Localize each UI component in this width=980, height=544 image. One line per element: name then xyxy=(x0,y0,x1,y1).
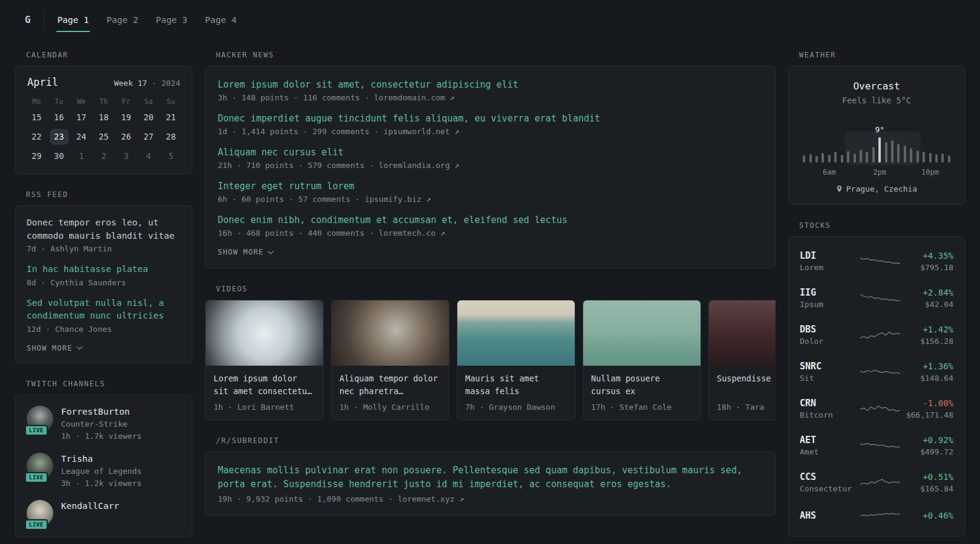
calendar-day-number: 19 xyxy=(117,110,136,125)
twitch-channel[interactable]: LIVE ForrestBurton Counter-Strike 1h · 1… xyxy=(27,406,181,442)
calendar-day-number: 3 xyxy=(117,149,136,164)
weather-bar xyxy=(948,155,950,163)
hackernews-item-title[interactable]: Donec enim nibh, condimentum et accumsan… xyxy=(218,213,763,227)
weather-chart: 9°6am2pm10pm xyxy=(801,117,952,176)
stock-change: +0.46% xyxy=(905,510,953,522)
calendar-day-number: 25 xyxy=(95,129,113,144)
calendar-day: 5 xyxy=(160,148,182,164)
video-thumbnail xyxy=(206,300,323,366)
stock-sparkline xyxy=(860,508,900,523)
hackernews-item-title[interactable]: Integer eget rutrum lorem xyxy=(218,180,763,193)
rss-item-title[interactable]: Donec tempor eros leo, ut commodo mauris… xyxy=(27,216,181,242)
channel-info: KendallCarr xyxy=(61,500,119,526)
video-card[interactable]: Aliquam tempor dolor nec pharetra… 1h · … xyxy=(331,300,449,420)
stock-price: $148.64 xyxy=(905,372,953,384)
video-card[interactable]: Mauris sit amet massa felis 7h · Grayson… xyxy=(457,300,575,420)
stock-name: Lorem xyxy=(800,262,855,273)
external-link-icon[interactable]: ↗ xyxy=(454,161,459,170)
show-more-label: SHOW MORE xyxy=(218,248,264,256)
calendar-day: 17 xyxy=(70,109,93,125)
calendar-day: 25 xyxy=(93,129,115,144)
rss-item: Sed volutpat nulla nisl, a condimentum n… xyxy=(27,297,181,334)
rss-item-meta: 7d · Ashlyn Martin xyxy=(27,244,181,253)
video-card-body: Nullam posuere cursus ex 17h · Stefan Co… xyxy=(583,366,701,419)
calendar-day: 30 xyxy=(48,148,70,164)
rss-list: Donec tempor eros leo, ut commodo mauris… xyxy=(27,216,181,334)
video-thumbnail xyxy=(457,300,575,366)
hackernews-item-meta-text: 6h · 60 points · 57 comments · ipsumify.… xyxy=(218,195,422,204)
stock-symbol: SNRC xyxy=(800,360,855,372)
stock-symbol: AET xyxy=(800,434,855,446)
stock-row[interactable]: AHS +0.46% xyxy=(800,501,953,530)
calendar-day-number: 22 xyxy=(28,129,46,144)
channel-category: League of Legends xyxy=(61,465,142,478)
rss-item-meta: 8d · Cynthia Saunders xyxy=(27,278,181,287)
twitch-channel[interactable]: LIVE KendallCarr xyxy=(27,500,181,526)
calendar-day-number: 30 xyxy=(50,149,68,164)
channel-info: ForrestBurton Counter-Strike 1h · 1.7k v… xyxy=(61,406,142,442)
weather-bar xyxy=(941,154,944,163)
hackernews-show-more-button[interactable]: SHOW MORE xyxy=(218,248,273,256)
stock-row[interactable]: AET Amet +0.92% $499.72 xyxy=(800,427,953,464)
channel-info: Trisha League of Legends 3h · 1.2k viewe… xyxy=(61,453,142,490)
twitch-channel[interactable]: LIVE Trisha League of Legends 3h · 1.2k … xyxy=(27,453,181,490)
weather-bar xyxy=(828,155,831,163)
rss-show-more-button[interactable]: SHOW MORE xyxy=(27,344,82,352)
calendar-day: 26 xyxy=(115,129,137,144)
video-card-body: Suspendisse diam 18h · Tara xyxy=(709,366,776,419)
calendar-day: 28 xyxy=(160,129,182,144)
calendar-week-label: Week 17 · 2024 xyxy=(114,79,180,88)
avatar-wrap: LIVE xyxy=(27,453,53,479)
stock-row[interactable]: IIG Ipsum +2.84% $42.04 xyxy=(800,280,953,317)
video-title: Lorem ipsum dolor sit amet consectetu… xyxy=(214,372,315,398)
hackernews-item-title[interactable]: Donec imperdiet augue tincidunt felis al… xyxy=(218,112,763,125)
rss-item-title[interactable]: In hac habitasse platea xyxy=(27,263,181,276)
stock-values: -1.00% $66,171.48 xyxy=(905,397,953,421)
stock-sparkline xyxy=(860,254,900,270)
top-nav: G Page 1 Page 2 Page 3 Page 4 xyxy=(0,0,980,40)
external-link-icon[interactable]: ↗ xyxy=(440,228,445,238)
calendar-day-number: 24 xyxy=(73,129,91,144)
page-tab[interactable]: Page 4 xyxy=(204,0,238,40)
calendar-day-number: 23 xyxy=(50,129,68,144)
stock-row[interactable]: SNRC Sit +1.36% $148.64 xyxy=(800,354,953,390)
video-meta: 7h · Grayson Dawson xyxy=(465,403,567,412)
video-card[interactable]: Nullam posuere cursus ex 17h · Stefan Co… xyxy=(583,300,701,420)
external-link-icon[interactable]: ↗ xyxy=(454,127,459,136)
stock-sparkline xyxy=(860,475,900,491)
subreddit-post-title[interactable]: Maecenas mollis pulvinar erat non posuer… xyxy=(218,464,763,491)
hackernews-item-title[interactable]: Lorem ipsum dolor sit amet, consectetur … xyxy=(218,78,763,91)
stock-row[interactable]: CCS Consectetur +0.51% $165.84 xyxy=(800,464,953,501)
rss-card: Donec tempor eros leo, ut commodo mauris… xyxy=(15,206,192,363)
live-badge: LIVE xyxy=(25,472,48,483)
external-link-icon[interactable]: ↗ xyxy=(426,195,431,204)
external-link-icon[interactable]: ↗ xyxy=(459,494,464,504)
stock-name: Dolor xyxy=(800,335,855,347)
page-tab[interactable]: Page 2 xyxy=(105,0,139,40)
hackernews-card: Lorem ipsum dolor sit amet, consectetur … xyxy=(205,66,776,268)
channel-meta: 1h · 1.7k viewers xyxy=(61,430,142,442)
day-of-week-label: We xyxy=(70,96,93,109)
calendar-dow-row: Mo Tu We Th Fr Sa Su xyxy=(25,96,182,109)
stock-symbol: DBS xyxy=(800,323,855,335)
video-card[interactable]: Suspendisse diam 18h · Tara xyxy=(708,300,776,420)
stock-sparkline xyxy=(860,328,900,343)
video-card-body: Mauris sit amet massa felis 7h · Grayson… xyxy=(457,366,575,419)
day-of-week-label: Mo xyxy=(25,96,48,109)
calendar-day-number: 4 xyxy=(140,149,158,164)
rss-item-title[interactable]: Sed volutpat nulla nisl, a condimentum n… xyxy=(27,297,181,323)
stock-price: $42.04 xyxy=(905,299,953,310)
video-card[interactable]: Lorem ipsum dolor sit amet consectetu… 1… xyxy=(205,300,324,420)
video-meta: 1h · Molly Carrillo xyxy=(339,403,441,412)
stock-row[interactable]: CRN Bitcorn -1.00% $66,171.48 xyxy=(800,390,953,427)
page-tab[interactable]: Page 1 xyxy=(56,0,90,40)
stock-row[interactable]: LDI Lorem +4.35% $795.18 xyxy=(800,243,953,280)
hackernews-item-title[interactable]: Aliquam nec cursus elit xyxy=(218,146,763,159)
page-tab[interactable]: Page 3 xyxy=(154,0,188,40)
rss-section-title: RSS FEED xyxy=(26,190,192,199)
weather-bar xyxy=(872,147,875,163)
stock-row[interactable]: DBS Dolor +1.42% $156.28 xyxy=(800,317,953,354)
subreddit-post-meta-text: 19h · 9,932 points · 1,090 comments · lo… xyxy=(218,494,454,504)
app-logo[interactable]: G xyxy=(25,12,44,28)
external-link-icon[interactable]: ↗ xyxy=(450,93,455,102)
